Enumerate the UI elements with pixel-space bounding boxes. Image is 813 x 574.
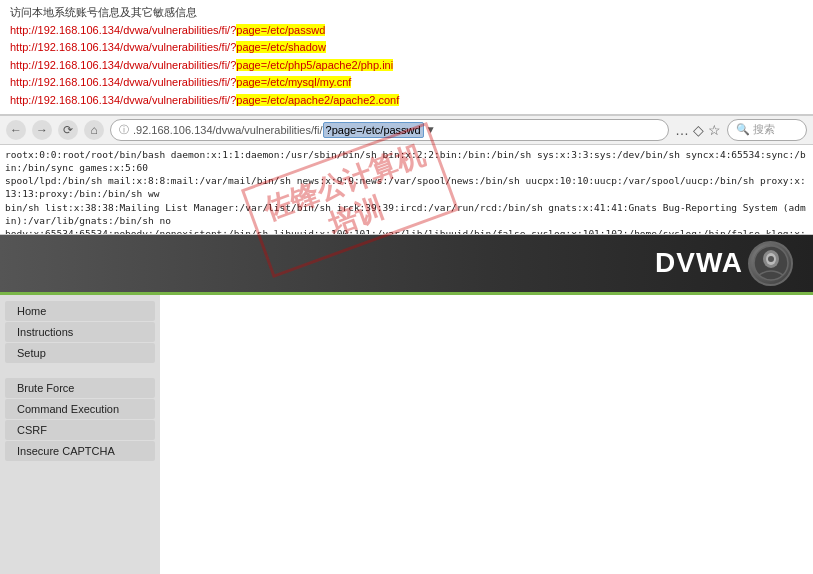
dvwa-logo-text: DVWA [655, 247, 743, 279]
sidebar: Home Instructions Setup Brute Force Comm… [0, 295, 160, 574]
reload-button[interactable]: ⟳ [58, 120, 78, 140]
dvwa-logo: DVWA [655, 241, 793, 286]
more-options-icon[interactable]: … [675, 122, 689, 138]
vulnerable-link[interactable]: http://192.168.106.134/dvwa/vulnerabilit… [10, 57, 803, 75]
search-icon: 🔍 [736, 123, 750, 136]
sidebar-item-instructions[interactable]: Instructions [5, 322, 155, 342]
sidebar-item-setup[interactable]: Setup [5, 343, 155, 363]
terminal-line-1: rootx:0:0:root/root/bin/bash daemon:x:1:… [5, 148, 808, 175]
terminal-line-4: body:x:65534:65534:nobody:/nonexistent:/… [5, 227, 808, 234]
sensitive-info-label: 访问本地系统账号信息及其它敏感信息 [10, 4, 803, 22]
url-dropdown-arrow[interactable]: ▼ [426, 124, 436, 135]
lock-icon: ⓘ [119, 123, 129, 137]
url-highlight-text: ?page=/etc/passwd [323, 122, 424, 138]
url-base-text: .92.168.106.134/dvwa/vulnerabilities/fi/ [133, 124, 323, 136]
dvwa-logo-circle [748, 241, 793, 286]
vulnerable-link[interactable]: http://192.168.106.134/dvwa/vulnerabilit… [10, 39, 803, 57]
bookmarks-icon[interactable]: ◇ [693, 122, 704, 138]
sidebar-item-insecure-captcha[interactable]: Insecure CAPTCHA [5, 441, 155, 461]
home-button[interactable]: ⌂ [84, 120, 104, 140]
svg-point-3 [768, 256, 774, 262]
back-button[interactable]: ← [6, 120, 26, 140]
search-placeholder: 搜索 [753, 122, 775, 137]
terminal-output: rootx:0:0:root/root/bin/bash daemon:x:1:… [0, 145, 813, 235]
vulnerable-link[interactable]: http://192.168.106.134/dvwa/vulnerabilit… [10, 22, 803, 40]
top-content-area: 访问本地系统账号信息及其它敏感信息 http://192.168.106.134… [0, 0, 813, 115]
sidebar-divider [0, 371, 160, 377]
vulnerable-link[interactable]: http://192.168.106.134/dvwa/vulnerabilit… [10, 74, 803, 92]
star-icon[interactable]: ☆ [708, 122, 721, 138]
dvwa-header: DVWA [0, 235, 813, 295]
main-content [160, 295, 813, 574]
sidebar-item-brute-force[interactable]: Brute Force [5, 378, 155, 398]
url-bar[interactable]: ⓘ .92.168.106.134/dvwa/vulnerabilities/f… [110, 119, 669, 141]
browser-chrome: ← → ⟳ ⌂ ⓘ .92.168.106.134/dvwa/vulnerabi… [0, 115, 813, 145]
vulnerable-link[interactable]: http://192.168.106.134/dvwa/vulnerabilit… [10, 92, 803, 110]
main-layout: Home Instructions Setup Brute Force Comm… [0, 295, 813, 574]
sidebar-item-home[interactable]: Home [5, 301, 155, 321]
sidebar-item-csrf[interactable]: CSRF [5, 420, 155, 440]
search-box[interactable]: 🔍 搜索 [727, 119, 807, 141]
terminal-line-3: bin/sh list:x:38:38:Mailing List Manager… [5, 201, 808, 228]
forward-button[interactable]: → [32, 120, 52, 140]
sidebar-item-command-execution[interactable]: Command Execution [5, 399, 155, 419]
sidebar-section-2: Brute Force Command Execution CSRF Insec… [0, 378, 160, 461]
terminal-line-2: spool/lpd:/bin/sh mail:x:8:8:mail:/var/m… [5, 174, 808, 201]
sidebar-section-1: Home Instructions Setup [0, 301, 160, 363]
browser-actions: … ◇ ☆ [675, 122, 721, 138]
